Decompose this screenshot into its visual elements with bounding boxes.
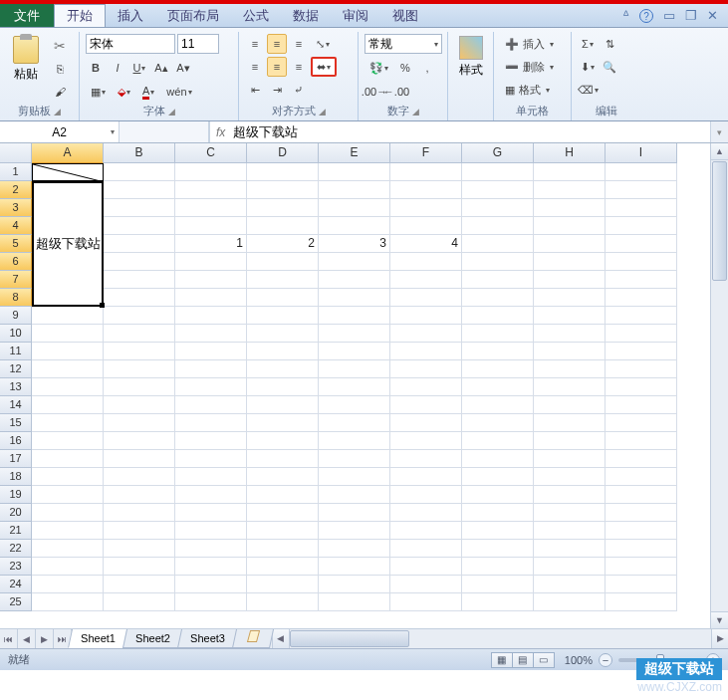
cell-E25[interactable] [319, 593, 390, 611]
cell-A1-diagonal[interactable] [32, 163, 104, 181]
scroll-right-button[interactable]: ▶ [711, 629, 728, 648]
row-header-1[interactable]: 1 [0, 163, 32, 181]
cell-I15[interactable] [606, 414, 677, 432]
help-icon[interactable]: ? [639, 9, 653, 23]
cell-C4[interactable] [175, 217, 247, 235]
cell-A13[interactable] [32, 378, 104, 396]
cell-I24[interactable] [606, 576, 677, 593]
cell-H19[interactable] [534, 486, 606, 504]
row-header-17[interactable]: 17 [0, 450, 32, 468]
cell-H7[interactable] [534, 271, 606, 289]
cell-H24[interactable] [534, 576, 606, 593]
align-launcher-icon[interactable]: ◢ [319, 107, 326, 117]
new-sheet-button[interactable] [232, 629, 274, 648]
col-header-F[interactable]: F [390, 143, 462, 163]
cell-C18[interactable] [175, 468, 247, 486]
cell-I10[interactable] [606, 325, 677, 343]
cell-H12[interactable] [534, 360, 606, 378]
clipboard-launcher-icon[interactable]: ◢ [54, 107, 61, 117]
cell-E9[interactable] [319, 307, 390, 325]
sheet-tab-2[interactable]: Sheet2 [122, 629, 183, 648]
cell-B10[interactable] [104, 325, 175, 343]
cell-G24[interactable] [462, 576, 534, 593]
row-header-24[interactable]: 24 [0, 576, 32, 593]
cell-B17[interactable] [104, 450, 175, 468]
cell-G8[interactable] [462, 289, 534, 307]
cell-B12[interactable] [104, 360, 175, 378]
cell-I16[interactable] [606, 432, 677, 450]
cell-E10[interactable] [319, 325, 390, 343]
horizontal-scrollbar[interactable]: ◀ ▶ [272, 629, 728, 648]
cell-E1[interactable] [319, 163, 390, 181]
cell-C9[interactable] [175, 307, 247, 325]
cell-G25[interactable] [462, 593, 534, 611]
cell-C11[interactable] [175, 343, 247, 360]
cell-A22[interactable] [32, 540, 104, 558]
cell-I22[interactable] [606, 540, 677, 558]
italic-button[interactable]: I [108, 58, 127, 78]
cell-I6[interactable] [606, 253, 677, 271]
cell-I21[interactable] [606, 522, 677, 540]
row-header-2[interactable]: 2 [0, 181, 32, 199]
insert-cells-button[interactable]: ➕插入▾ [500, 34, 565, 54]
cell-F16[interactable] [390, 432, 462, 450]
cell-E5[interactable]: 3 [319, 235, 390, 253]
sheet-tab-3[interactable]: Sheet3 [177, 629, 238, 648]
cell-G1[interactable] [462, 163, 534, 181]
cell-B8[interactable] [104, 289, 175, 307]
zoom-level[interactable]: 100% [565, 654, 593, 666]
cell-H17[interactable] [534, 450, 606, 468]
cell-C16[interactable] [175, 432, 247, 450]
cell-G9[interactable] [462, 307, 534, 325]
cell-I23[interactable] [606, 558, 677, 576]
ribbon-minimize-icon[interactable]: ᐞ [622, 8, 629, 23]
cell-C25[interactable] [175, 593, 247, 611]
clear-button[interactable]: ⌫▾ [578, 80, 598, 100]
cell-C22[interactable] [175, 540, 247, 558]
col-header-E[interactable]: E [319, 143, 390, 163]
cell-E24[interactable] [319, 576, 390, 593]
cell-E12[interactable] [319, 360, 390, 378]
paste-button[interactable]: 粘贴 [6, 32, 46, 83]
view-layout-button[interactable]: ▤ [512, 652, 534, 668]
cell-H20[interactable] [534, 504, 606, 522]
window-restore-icon[interactable]: ❐ [685, 8, 697, 23]
cell-F19[interactable] [390, 486, 462, 504]
number-format-select[interactable]: 常规▾ [364, 34, 442, 54]
col-header-A[interactable]: A [32, 143, 104, 163]
cell-F22[interactable] [390, 540, 462, 558]
sheet-nav-first[interactable]: ⏮ [0, 629, 18, 648]
copy-button[interactable]: ⎘ [50, 59, 70, 79]
cell-E2[interactable] [319, 181, 390, 199]
window-close-icon[interactable]: ✕ [707, 8, 718, 23]
sort-filter-button[interactable]: ⇅ [600, 34, 619, 54]
cell-I7[interactable] [606, 271, 677, 289]
cell-A25[interactable] [32, 593, 104, 611]
row-header-18[interactable]: 18 [0, 468, 32, 486]
cell-D3[interactable] [247, 199, 319, 217]
cell-G3[interactable] [462, 199, 534, 217]
cell-C8[interactable] [175, 289, 247, 307]
cell-F21[interactable] [390, 522, 462, 540]
cell-E15[interactable] [319, 414, 390, 432]
cell-H16[interactable] [534, 432, 606, 450]
cell-I8[interactable] [606, 289, 677, 307]
cell-G16[interactable] [462, 432, 534, 450]
row-header-4[interactable]: 4 [0, 217, 32, 235]
align-right-button[interactable]: ≡ [289, 57, 309, 77]
cell-E7[interactable] [319, 271, 390, 289]
row-header-19[interactable]: 19 [0, 486, 32, 504]
cell-D22[interactable] [247, 540, 319, 558]
cell-A10[interactable] [32, 325, 104, 343]
row-header-13[interactable]: 13 [0, 378, 32, 396]
decrease-font-button[interactable]: A▾ [173, 58, 193, 78]
zoom-in-button[interactable]: + [706, 653, 720, 667]
cell-B24[interactable] [104, 576, 175, 593]
cell-C21[interactable] [175, 522, 247, 540]
cell-D6[interactable] [247, 253, 319, 271]
cell-H10[interactable] [534, 325, 606, 343]
cell-D11[interactable] [247, 343, 319, 360]
tab-home[interactable]: 开始 [54, 4, 106, 27]
cell-E6[interactable] [319, 253, 390, 271]
vertical-scrollbar[interactable]: ▲ ▼ [710, 143, 728, 628]
